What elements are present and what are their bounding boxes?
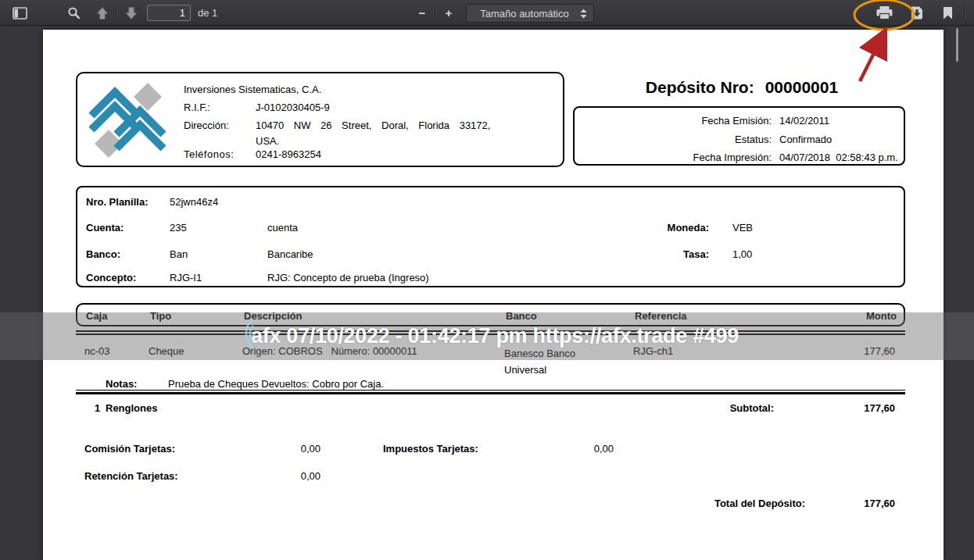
cell-banco: Banesco Banco Universal <box>504 345 600 378</box>
deposit-number: 00000001 <box>765 78 838 97</box>
toolbar-separator <box>435 6 435 20</box>
fecha-emision-label: Fecha Emisión: <box>575 115 772 127</box>
sidebar-toggle-icon <box>13 7 27 20</box>
impuestos-label: Impuestos Tarjetas: <box>383 443 478 455</box>
download-button[interactable] <box>907 0 927 26</box>
cell-monto: 177,60 <box>825 345 895 357</box>
search-icon <box>67 6 81 20</box>
page-number-input[interactable] <box>147 5 191 21</box>
fecha-impresion-row: Fecha Impresión: 04/07/2018 02:58:43 p.m… <box>575 152 904 163</box>
total-label: Total del Depósito: <box>649 498 805 509</box>
cell-tipo: Cheque <box>149 345 184 357</box>
comision-value: 0,00 <box>238 443 320 455</box>
summary-divider-line <box>76 392 905 394</box>
toolbar-separator <box>116 6 116 20</box>
rif-value: J-0102030405-9 <box>256 102 330 113</box>
company-info-box: Inversiones Sistematicas, C.A. R.I.F.: J… <box>76 72 564 167</box>
emission-info-box: Fecha Emisión: 14/02/2011 Estatus: Confi… <box>573 106 905 166</box>
cuenta-codigo: 235 <box>170 222 187 234</box>
zoom-in-button[interactable]: + <box>439 0 458 26</box>
arrow-down-icon <box>125 7 138 20</box>
deposit-title: Depósito Nro: 00000001 <box>575 78 909 97</box>
moneda-value: VEB <box>732 222 753 234</box>
subtotal-label: Subtotal: <box>696 402 774 414</box>
table-divider-line <box>76 334 905 335</box>
nro-planilla-value: 52jwn46z4 <box>170 196 218 208</box>
scrollbar-thumb[interactable] <box>956 28 958 62</box>
tasa-value: 1,00 <box>732 248 752 260</box>
page-count-label: de 1 <box>198 0 217 26</box>
find-button[interactable] <box>64 0 83 26</box>
pdf-viewer-toolbar: de 1 − + Tamaño automático <box>0 0 974 26</box>
previous-page-button[interactable] <box>92 0 113 26</box>
banco-label: Banco: <box>86 248 120 260</box>
retencion-value: 0,00 <box>238 470 320 482</box>
tasa-label: Tasa: <box>625 248 709 260</box>
header-tipo: Tipo <box>150 310 171 322</box>
subtotal-value: 177,60 <box>825 402 895 414</box>
telefonos-value: 0241-8963254 <box>256 148 321 160</box>
comision-label: Comisión Tarjetas: <box>84 443 175 455</box>
zoom-level-select[interactable]: Tamaño automático <box>466 4 594 23</box>
nro-planilla-label: Nro. Planilla: <box>86 196 148 208</box>
table-header-box: Caja Tipo Descripción Banco Referencia M… <box>76 303 905 326</box>
download-icon <box>910 6 924 20</box>
bookmark-button[interactable] <box>940 0 955 26</box>
summary-divider-line <box>76 390 905 391</box>
company-logo <box>88 81 167 162</box>
zoom-out-icon: − <box>419 0 426 26</box>
select-updown-icon <box>580 9 587 21</box>
cuenta-nombre: cuenta <box>267 222 298 234</box>
arrow-up-icon <box>96 7 109 20</box>
estatus-value: Confirmado <box>779 134 832 145</box>
direccion-line1: 10470 NW 26 Street, Doral, Florida 33172… <box>256 119 557 131</box>
fecha-emision-row: Fecha Emisión: 14/02/2011 <box>575 115 904 127</box>
telefonos-label: Teléfonos: <box>184 148 234 160</box>
renglones-count: 1 <box>95 402 100 414</box>
bookmark-icon <box>943 7 953 20</box>
renglones-label: Renglones <box>106 402 157 414</box>
estatus-row: Estatus: Confirmado <box>575 134 904 145</box>
header-monto: Monto <box>826 310 897 322</box>
cuenta-label: Cuenta: <box>86 222 124 234</box>
zoom-level-value: Tamaño automático <box>480 8 568 20</box>
impuestos-value: 0,00 <box>532 443 614 455</box>
retencion-label: Retención Tarjetas: <box>84 470 178 482</box>
notas-label: Notas: <box>106 378 137 390</box>
printer-icon <box>876 6 893 20</box>
direccion-label: Dirección: <box>184 119 229 131</box>
next-page-button[interactable] <box>121 0 141 26</box>
planilla-box: Nro. Planilla: 52jwn46z4 Cuenta: 235 cue… <box>76 186 905 287</box>
notas-text: Prueba de Cheques Devueltos: Cobro por C… <box>168 378 384 390</box>
total-value: 177,60 <box>825 498 895 509</box>
table-divider-line <box>76 330 905 332</box>
pdf-page: Inversiones Sistematicas, C.A. R.I.F.: J… <box>43 30 944 560</box>
direccion-line2: USA. <box>256 135 279 147</box>
banco-nombre: Bancaribe <box>267 248 313 260</box>
cell-descripcion: Origen: COBROS Número: 00000011 <box>242 345 417 357</box>
rif-label: R.I.F.: <box>184 102 210 113</box>
concepto-nombre: RJG: Concepto de prueba (Ingreso) <box>267 272 429 284</box>
banco-codigo: Ban <box>170 248 188 260</box>
moneda-label: Moneda: <box>625 222 709 234</box>
fecha-emision-value: 14/02/2011 <box>779 115 829 127</box>
fecha-impresion-value: 04/07/2018 02:58:43 p.m. <box>779 152 898 163</box>
concepto-codigo: RJG-I1 <box>170 272 202 284</box>
print-button[interactable] <box>873 0 895 26</box>
header-descripcion: Descripción <box>244 310 302 322</box>
fecha-impresion-label: Fecha Impresión: <box>575 152 772 163</box>
estatus-label: Estatus: <box>575 134 772 145</box>
deposit-title-label: Depósito Nro: <box>646 78 754 97</box>
cell-referencia: RJG-ch1 <box>633 345 673 357</box>
header-caja: Caja <box>86 310 107 322</box>
cell-caja: nc-03 <box>84 345 110 357</box>
company-name: Inversiones Sistematicas, C.A. <box>184 84 321 95</box>
concepto-label: Concepto: <box>86 272 136 284</box>
header-referencia: Referencia <box>635 310 686 322</box>
zoom-out-button[interactable]: − <box>413 0 431 26</box>
sidebar-toggle-button[interactable] <box>9 0 30 26</box>
header-banco: Banco <box>506 310 537 322</box>
zoom-in-icon: + <box>446 0 453 26</box>
toolbar-separator <box>964 6 965 20</box>
